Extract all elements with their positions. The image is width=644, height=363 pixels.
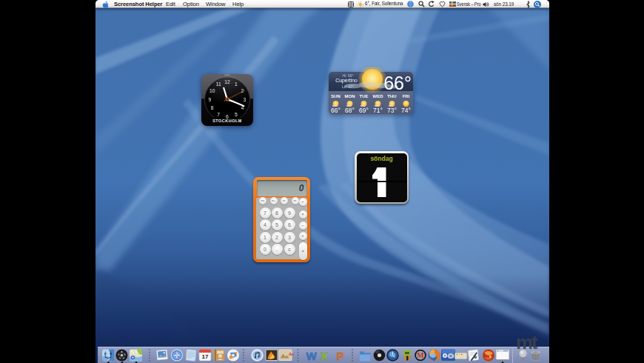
svg-text:M: M (417, 351, 424, 359)
svg-text:Hi: 66°: Hi: 66° (342, 73, 353, 78)
svg-text:As: As (289, 351, 295, 357)
svg-text:STOCKHOLM: STOCKHOLM (212, 119, 242, 123)
svg-text:THU: THU (387, 94, 396, 99)
svg-text:7: 7 (217, 112, 220, 117)
svg-text:10: 10 (209, 88, 215, 93)
svg-text:5: 5 (235, 112, 238, 117)
svg-text:71°: 71° (373, 107, 383, 114)
svg-text:P: P (337, 350, 344, 362)
svg-text:68°: 68° (345, 107, 355, 114)
svg-text:1: 1 (235, 81, 238, 87)
svg-text:8: 8 (211, 105, 214, 110)
svg-text:66°: 66° (331, 107, 341, 114)
svg-text:Lo: 47°: Lo: 47° (342, 84, 354, 89)
svg-text:2: 2 (241, 88, 244, 93)
svg-text:WED: WED (373, 94, 384, 99)
svg-text:X: X (321, 350, 328, 362)
svg-text:73°: 73° (387, 107, 397, 114)
svg-text:3: 3 (244, 97, 246, 102)
svg-text:12: 12 (224, 79, 230, 84)
svg-text:SUN: SUN (331, 94, 341, 99)
svg-text:TUE: TUE (360, 94, 369, 99)
svg-text:11: 11 (216, 81, 221, 87)
svg-text:Cupertino: Cupertino (335, 78, 358, 84)
svg-text:FRI: FRI (403, 94, 410, 99)
svg-text:74°: 74° (401, 107, 411, 114)
svg-text:69°: 69° (359, 107, 369, 114)
svg-text:W: W (306, 350, 317, 362)
svg-text:17: 17 (202, 353, 209, 360)
svg-text:66°: 66° (383, 73, 412, 93)
svg-text:MON: MON (345, 94, 355, 99)
svg-text:9: 9 (209, 97, 212, 102)
